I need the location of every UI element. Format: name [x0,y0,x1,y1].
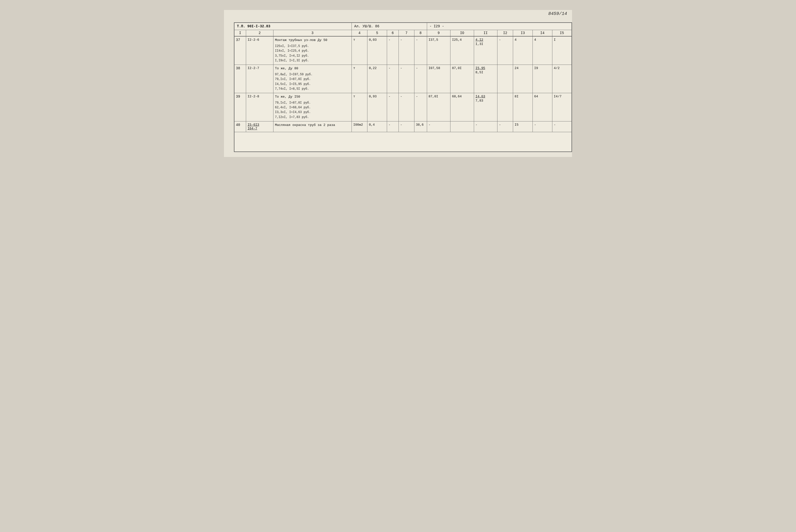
title-left: Т.П. 90I-I-32.83 [234,23,351,30]
row-col14-37: 4 [532,36,552,64]
row-desc-37: Монтаж трубных уз-лов Ду 50 I25xI, I=I37… [273,36,351,64]
row-num-38: 38 [234,64,246,93]
row-col4-38: т [351,64,367,93]
row-col4-40: I00м2 [351,121,367,132]
row-col6-39: - [387,93,398,121]
header-col-13: I3 [513,30,533,37]
header-col-4: 4 [351,30,367,37]
row-col13-40: I5 [513,121,533,132]
row-col5-38: 0,22 [367,64,387,93]
row-col15-37: I [552,36,572,64]
row-col11-39: I4,63 7,83 [474,93,497,121]
row-desc-38: То же, Ду 80 97,8ыI, I=I07,59 руб. 79,Ix… [273,64,351,93]
row-col12-38 [498,64,513,93]
row-col6-37: - [387,36,398,64]
row-col10-38: 87,0I [450,64,474,93]
row-col5-39: 0,93 [367,93,387,121]
row-col15-38: 4/2 [552,64,572,93]
row-col6-38: - [387,64,398,93]
header-col-7: 7 [398,30,414,37]
page-number: 8459/14 [548,11,567,16]
header-col-6: 6 [387,30,398,37]
row-col15-39: I4/7 [552,93,572,121]
row-col12-40: - [498,121,513,132]
header-col-15: I5 [552,30,572,37]
row-col11-40: - [474,121,497,132]
row-code-37: I2-2-6 [246,36,273,64]
row-col12-39 [498,93,513,121]
row-col7-38: - [398,64,414,93]
row-col5-40: 0,4 [367,121,387,132]
row-col14-39: 64 [532,93,552,121]
row-code-38: I2-2-7 [246,64,273,93]
row-num-40: 40 [234,121,246,132]
row-col10-40 [450,121,474,132]
title-center: Ал. УШ/Ш. 86 [351,23,427,30]
table-row: 39 I2-2-8 То же, Ду I50 79,IxI, I=87,0I … [234,93,572,121]
spacer-row [234,132,572,152]
row-col9-39: 87,0I [427,93,450,121]
row-col8-38: - [414,64,427,93]
row-col9-38: I07,58 [427,64,450,93]
row-col6-40: - [387,121,398,132]
row-col12-37: - [498,36,513,64]
row-col9-37: I37,5 [427,36,450,64]
header-col-12: I2 [498,30,513,37]
table-row: 37 I2-2-6 Монтаж трубных уз-лов Ду 50 I2… [234,36,572,64]
row-col10-37: I25,4 [450,36,474,64]
page-container: 8459/14 Т.П. 90I-I-32.83 Ал. УШ/Ш. 86 - … [224,10,572,157]
row-col7-37: - [398,36,414,64]
row-num-39: 39 [234,93,246,121]
header-col-14: I4 [532,30,552,37]
row-col8-40: 38,6 [414,121,427,132]
header-col-5: 5 [367,30,387,37]
row-col11-38: I5,95 8,5I [474,64,497,93]
row-col7-39: - [398,93,414,121]
title-right: - I29 - [427,23,572,30]
row-num-37: 37 [234,36,246,64]
row-col5-37: 0,03 [367,36,387,64]
row-desc-40: Масляная окраска труб за 2 раза [273,121,351,132]
row-col9-40: - [427,121,450,132]
header-col-2: 2 [246,30,273,37]
header-row: I 2 3 4 5 6 7 8 9 IO II I2 I3 I4 I5 [234,30,572,37]
title-row: Т.П. 90I-I-32.83 Ал. УШ/Ш. 86 - I29 - [234,23,572,30]
main-table: Т.П. 90I-I-32.83 Ал. УШ/Ш. 86 - I29 - I … [234,22,572,152]
header-col-3: 3 [273,30,351,37]
header-col-10: IO [450,30,474,37]
row-col4-39: т [351,93,367,121]
header-col-8: 8 [414,30,427,37]
header-col-9: 9 [427,30,450,37]
row-col13-38: 24 [513,64,533,93]
row-col4-37: т [351,36,367,64]
row-col14-40: - [532,121,552,132]
row-code-39: I2-2-8 [246,93,273,121]
row-col8-39: - [414,93,427,121]
row-col8-37: - [414,36,427,64]
row-col13-39: 8I [513,93,533,121]
row-col11-37: 4,I2 I,3I [474,36,497,64]
row-col15-40: - [552,121,572,132]
row-col7-40: - [398,121,414,132]
table-row: 40 I5-6I3 I64-7 Масляная окраска труб за… [234,121,572,132]
row-col10-39: 68,64 [450,93,474,121]
row-col14-38: I9 [532,64,552,93]
row-col13-37: 4 [513,36,533,64]
row-code-40: I5-6I3 I64-7 [246,121,273,132]
header-col-1: I [234,30,246,37]
table-row: 38 I2-2-7 То же, Ду 80 97,8ыI, I=I07,59 … [234,64,572,93]
header-col-11: II [474,30,497,37]
row-desc-39: То же, Ду I50 79,IxI, I=87,0I руб. 62,4x… [273,93,351,121]
